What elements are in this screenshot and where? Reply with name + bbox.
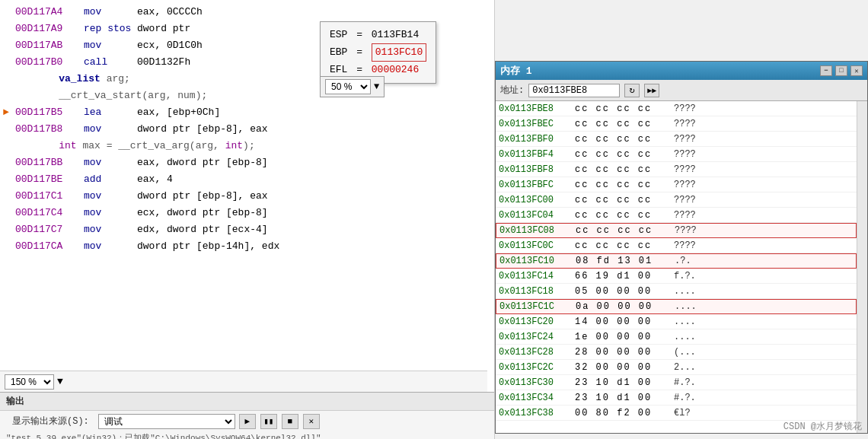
code-line[interactable]: 00D117BE add eax, 4 (0, 170, 494, 187)
memory-row[interactable]: 0x0113FC24 1e 00 00 00 .... (496, 329, 857, 345)
mem-ascii: ???? (674, 240, 696, 251)
memory-row[interactable]: 0x0113FBF4 cc cc cc cc ???? (496, 147, 857, 162)
code-line[interactable]: 00D117A4 mov eax, 0CCCCh (0, 3, 494, 20)
code-line[interactable]: 00D117CA mov dword ptr [ebp-14h], edx (0, 237, 494, 254)
code-line[interactable]: 00D117BB mov eax, dword ptr [ebp-8] (0, 154, 494, 170)
memory-row-highlighted[interactable]: 0x0113FC1C 0a 00 00 00 .... (496, 299, 857, 314)
memory-row[interactable]: 0x0113FC38 00 80 f2 00 €l? (496, 406, 857, 421)
mem-ascii: ???? (674, 134, 696, 145)
mem-bytes: 66 19 d1 00 (575, 271, 674, 282)
mem-addr: 0x0113FBF4 (499, 149, 575, 160)
code-line[interactable]: 00D117C4 mov ecx, dword ptr [ebp-8] (0, 204, 494, 221)
code-operand: dword ptr (137, 23, 190, 34)
output-toolbar-btn2[interactable]: ▮▮ (260, 414, 277, 429)
output-source-select[interactable]: 调试 (98, 414, 235, 429)
memory-title: 内存 1 (500, 64, 532, 78)
output-source-label: 显示输出来源(S): (6, 412, 95, 430)
memory-address-bar: 地址: ↻ ▶▶ (496, 80, 867, 101)
arrow-indicator (3, 157, 15, 168)
mem-bytes: 23 10 d1 00 (575, 393, 674, 403)
arrow-indicator: ► (3, 107, 15, 118)
zoom-select[interactable]: 150 % 100 % 125 % 175 % 200 % (5, 374, 54, 390)
memory-row[interactable]: 0x0113FC00 cc cc cc cc ???? (496, 192, 857, 208)
ebp-value-box: 0113FC10 (372, 43, 426, 62)
mem-bytes: 00 80 f2 00 (575, 408, 674, 418)
mem-bytes: cc cc cc cc (575, 240, 674, 251)
memory-address-input[interactable] (528, 84, 620, 97)
output-message: "test 5 39 exe"(Win32)：已加载"C:\Windows\Sy… (0, 431, 495, 439)
arrow-indicator (23, 73, 35, 84)
ebp-row: EBP = 0113FC10 (330, 43, 426, 62)
esp-row: ESP = 0113FB14 (330, 27, 426, 43)
memory-row[interactable]: 0x0113FC34 23 10 d1 00 #.?. (496, 390, 857, 406)
memory-row-highlighted[interactable]: 0x0113FC08 cc cc cc cc ???? (496, 223, 857, 238)
memory-more-btn[interactable]: ▶▶ (644, 84, 659, 97)
memory-row[interactable]: 0x0113FC30 23 10 d1 00 #.?. (496, 375, 857, 390)
mem-ascii: ???? (674, 210, 696, 221)
code-addr: 00D117C1 (15, 190, 84, 202)
code-line[interactable]: 00D117B8 mov dword ptr [ebp-8], eax (0, 120, 494, 137)
source-text: __crt_va_start(arg, num); (35, 90, 207, 101)
memory-row[interactable]: 0x0113FBF8 cc cc cc cc ???? (496, 162, 857, 177)
mem-ascii: #.?. (674, 377, 696, 388)
arrow-indicator (3, 173, 15, 185)
code-operand: dword ptr [ebp-8], eax (137, 190, 268, 202)
code-mnemonic: mov (84, 207, 137, 218)
memory-row[interactable]: 0x0113FC04 cc cc cc cc ???? (496, 208, 857, 223)
memory-row[interactable]: 0x0113FBF0 cc cc cc cc ???? (496, 132, 857, 147)
output-close-btn[interactable]: ✕ (303, 414, 320, 429)
memory-scrollbar[interactable] (857, 101, 867, 433)
code-line[interactable]: 00D117C7 mov edx, dword ptr [ecx-4] (0, 221, 494, 237)
mem-addr: 0x0113FC18 (499, 286, 575, 297)
code-addr: 00D117CA (15, 240, 84, 252)
code-mnemonic: add (84, 173, 137, 185)
memory-row[interactable]: 0x0113FC18 05 00 00 00 .... (496, 284, 857, 299)
memory-row[interactable]: 0x0113FBE8 cc cc cc cc ???? (496, 101, 857, 116)
zoom-popup-select[interactable]: 50 % 75 % 100 % (325, 79, 371, 94)
memory-row-highlighted[interactable]: 0x0113FC10 08 fd 13 01 .?. (496, 253, 857, 269)
mem-bytes: 08 fd 13 01 (576, 256, 675, 266)
code-operand: 00D1132Fh (137, 56, 190, 68)
memory-titlebar: 内存 1 − □ ✕ (496, 62, 867, 80)
code-line-current[interactable]: ► 00D117B5 lea eax, [ebp+0Ch] (0, 103, 494, 120)
mem-addr: 0x0113FC34 (499, 393, 575, 403)
output-panel: 输出 显示输出来源(S): 调试 ▶ ▮▮ ■ ✕ "test 5 39 exe… (0, 392, 495, 439)
mem-bytes: cc cc cc cc (576, 225, 675, 236)
mem-ascii: €l? (674, 408, 691, 418)
memory-close-btn[interactable]: ✕ (850, 65, 863, 76)
arrow-indicator (3, 240, 15, 252)
mem-addr: 0x0113FC2C (499, 362, 575, 373)
mem-bytes: cc cc cc cc (575, 164, 674, 175)
mem-ascii: ???? (675, 225, 697, 236)
memory-restore-btn[interactable]: □ (835, 65, 847, 76)
arrow-indicator (23, 140, 35, 151)
output-toolbar-btn3[interactable]: ■ (282, 414, 298, 429)
code-addr: 00D117C4 (15, 207, 84, 218)
mem-ascii: .... (675, 301, 697, 312)
memory-row[interactable]: 0x0113FC0C cc cc cc cc ???? (496, 238, 857, 253)
mem-addr: 0x0113FC10 (499, 256, 576, 266)
mem-ascii: ???? (674, 180, 696, 190)
memory-refresh-btn[interactable]: ↻ (624, 84, 640, 97)
arrow-indicator (3, 23, 15, 34)
mem-ascii: ???? (674, 195, 696, 205)
ebp-eq: = (350, 44, 368, 61)
memory-row[interactable]: 0x0113FBEC cc cc cc cc ???? (496, 116, 857, 132)
mem-bytes: cc cc cc cc (575, 195, 674, 205)
memory-content: 0x0113FBE8 cc cc cc cc ???? 0x0113FBEC c… (496, 101, 857, 433)
memory-row[interactable]: 0x0113FC2C 32 00 00 00 2... (496, 360, 857, 375)
mem-addr: 0x0113FC1C (499, 301, 576, 312)
mem-bytes: cc cc cc cc (575, 134, 674, 145)
mem-addr: 0x0113FC20 (499, 317, 575, 327)
mem-ascii: .... (674, 332, 696, 342)
output-title: 输出 (0, 393, 495, 411)
output-toolbar-btn1[interactable]: ▶ (239, 414, 256, 429)
mem-addr: 0x0113FC14 (499, 271, 575, 282)
mem-bytes: 23 10 d1 00 (575, 377, 674, 388)
memory-minimize-btn[interactable]: − (820, 65, 832, 76)
memory-row[interactable]: 0x0113FC20 14 00 00 00 .... (496, 314, 857, 329)
memory-row[interactable]: 0x0113FC14 66 19 d1 00 f.?. (496, 269, 857, 284)
memory-row[interactable]: 0x0113FC28 28 00 00 00 (... (496, 345, 857, 360)
memory-row[interactable]: 0x0113FBFC cc cc cc cc ???? (496, 177, 857, 192)
code-line[interactable]: 00D117C1 mov dword ptr [ebp-8], eax (0, 187, 494, 204)
